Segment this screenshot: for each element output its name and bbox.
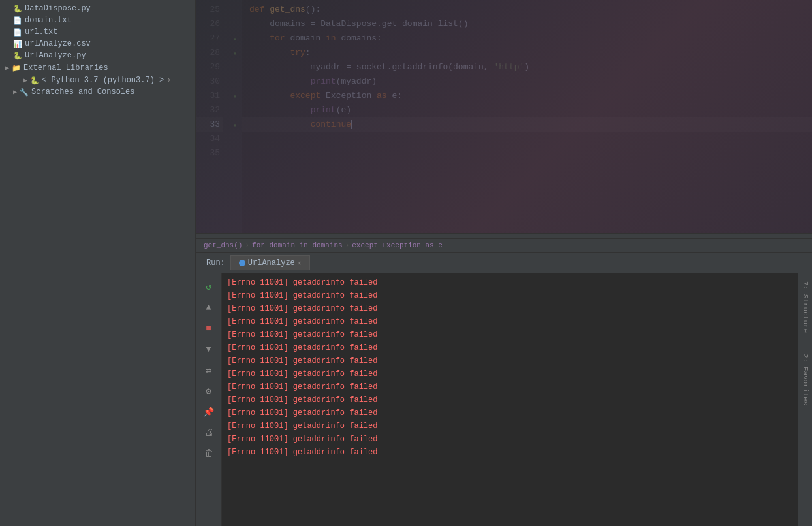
- output-line-10: [Errno 11001] getaddrinfo failed: [227, 394, 792, 407]
- python-icon: 🐍: [30, 76, 39, 85]
- external-libraries-header[interactable]: 📁 External Libraries: [0, 61, 195, 74]
- txt-file-icon: 📄: [13, 16, 22, 25]
- py-file-icon: 🐍: [13, 5, 22, 13]
- python-dot-icon: [239, 260, 245, 266]
- output-line-12: [Errno 11001] getaddrinfo failed: [227, 420, 792, 433]
- breadcrumb-get-dns: get_dns(): [204, 241, 242, 249]
- scratches-icon: 🔧: [20, 88, 29, 97]
- restart-button[interactable]: ↺: [200, 277, 218, 296]
- run-tab-close[interactable]: ✕: [298, 259, 302, 267]
- run-toolbar: ↺ ▲ ■ ▼ ⇄ ⚙ 📌 🖨 🗑: [196, 273, 222, 526]
- settings-button[interactable]: ⚙: [200, 382, 218, 400]
- expand-arrow-py: [23, 76, 27, 84]
- csv-file-icon: 📊: [13, 40, 22, 48]
- output-line-9: [Errno 11001] getaddrinfo failed: [227, 380, 792, 394]
- python-node[interactable]: 🐍 < Python 3.7 (python3.7) > ›: [0, 74, 195, 86]
- toggle-wrap-button[interactable]: ⇄: [200, 361, 218, 379]
- output-line-8: [Errno 11001] getaddrinfo failed: [227, 367, 792, 380]
- run-panel-body: ↺ ▲ ■ ▼ ⇄ ⚙ 📌 🖨 🗑 [Errno 11001] getaddri…: [196, 273, 812, 526]
- breadcrumb-bar: get_dns() › for domain in domains › exce…: [196, 238, 812, 252]
- favorites-tab[interactable]: 2: Favorites: [799, 346, 812, 413]
- editor-bg: [196, 0, 812, 233]
- sidebar-tree: 🐍 DataDispose.py 📄 domain.txt 📄 url.txt …: [0, 0, 195, 526]
- sidebar: 🐍 DataDispose.py 📄 domain.txt 📄 url.txt …: [0, 0, 196, 526]
- file-url-txt[interactable]: 📄 url.txt: [0, 26, 195, 38]
- output-line-13: [Errno 11001] getaddrinfo failed: [227, 433, 792, 446]
- breadcrumb-sep-1: ›: [245, 241, 249, 249]
- file-domain-txt[interactable]: 📄 domain.txt: [0, 14, 195, 26]
- output-line-1: [Errno 11001] getaddrinfo failed: [227, 276, 792, 289]
- scroll-down-button[interactable]: ▼: [200, 340, 218, 358]
- structure-tab[interactable]: 7: Structure: [799, 273, 812, 341]
- run-tab-label: UrlAnalyze: [248, 258, 295, 268]
- output-line-4: [Errno 11001] getaddrinfo failed: [227, 315, 792, 328]
- run-panel: Run: UrlAnalyze ✕ ↺ ▲ ■ ▼ ⇄ ⚙ 📌: [196, 252, 812, 526]
- run-tab-urlanalyze[interactable]: UrlAnalyze ✕: [230, 255, 310, 270]
- file-datadispose[interactable]: 🐍 DataDispose.py: [0, 3, 195, 14]
- right-panel: 7: Structure 2: Favorites: [798, 273, 812, 526]
- breadcrumb-for-domain: for domain in domains: [252, 241, 343, 249]
- scroll-up-button[interactable]: ▲: [200, 298, 218, 317]
- stop-button[interactable]: ■: [200, 319, 218, 337]
- horizontal-scrollbar[interactable]: [196, 233, 812, 238]
- expand-arrow-scratches: [13, 88, 17, 96]
- output-line-3: [Errno 11001] getaddrinfo failed: [227, 302, 792, 315]
- run-output: [Errno 11001] getaddrinfo failed [Errno …: [222, 273, 798, 526]
- expand-arrow-ext: [5, 64, 9, 72]
- scratches-consoles[interactable]: 🔧 Scratches and Consoles: [0, 86, 195, 98]
- output-line-2: [Errno 11001] getaddrinfo failed: [227, 289, 792, 302]
- output-line-11: [Errno 11001] getaddrinfo failed: [227, 407, 792, 420]
- output-line-14: [Errno 11001] getaddrinfo failed: [227, 446, 792, 459]
- pin-button[interactable]: 📌: [200, 403, 218, 421]
- file-urlanalyze-py[interactable]: 🐍 UrlAnalyze.py: [0, 50, 195, 61]
- txt-file-icon2: 📄: [13, 28, 22, 37]
- output-line-5: [Errno 11001] getaddrinfo failed: [227, 328, 792, 341]
- print-button[interactable]: 🖨: [200, 424, 218, 442]
- py-file-icon2: 🐍: [13, 52, 22, 60]
- run-tabs: Run: UrlAnalyze ✕: [196, 253, 812, 273]
- output-line-7: [Errno 11001] getaddrinfo failed: [227, 354, 792, 367]
- breadcrumb-sep-2: ›: [345, 241, 350, 249]
- output-line-6: [Errno 11001] getaddrinfo failed: [227, 341, 792, 354]
- breadcrumb-except: except Exception as e: [352, 241, 443, 249]
- trash-button[interactable]: 🗑: [200, 444, 218, 463]
- folder-icon: 📁: [12, 64, 21, 72]
- file-urlanalyze-csv[interactable]: 📊 urlAnalyze.csv: [0, 38, 195, 50]
- code-editor: 25 26 27 28 29 30 31 32 33 34 35 ⬥ ⬥ ⬥: [196, 0, 812, 233]
- run-label: Run:: [201, 258, 230, 268]
- python-arrow: ›: [166, 76, 171, 85]
